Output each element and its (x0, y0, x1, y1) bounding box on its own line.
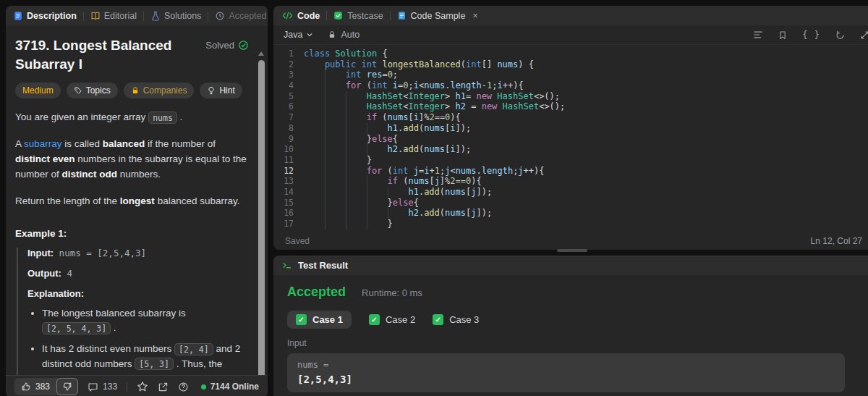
indent-guide (304, 80, 325, 91)
tab-solutions[interactable]: Solutions (150, 11, 201, 21)
footer-divider (127, 382, 127, 392)
code-line[interactable]: 14 h1.add(nums[j]); (273, 187, 868, 198)
question-circle-icon (178, 382, 189, 392)
indent-guide (367, 198, 388, 208)
help-button[interactable] (178, 382, 189, 392)
code-line[interactable]: 8 h1.add(nums[i]); (273, 123, 868, 134)
line-number: 12 (273, 166, 294, 177)
indent-guide (346, 112, 367, 123)
online-dot-icon (201, 384, 206, 389)
code-line[interactable]: 3 int res=0; (273, 69, 868, 80)
tab-accepted[interactable]: Accepted (215, 11, 266, 21)
expand-editor-icon[interactable] (860, 30, 868, 40)
case-check-icon: ✓ (296, 314, 307, 325)
indent-guide (346, 176, 367, 187)
lock-icon (328, 30, 336, 39)
example-bullets: The longest balanced subarray is [2, 5, … (27, 306, 249, 375)
code-line[interactable]: 5 HashSet<Integer> h1= new HashSet<>(); (273, 91, 868, 102)
indent-guide (304, 91, 325, 102)
code-line[interactable]: 16 h2.add(nums[j]); (273, 208, 868, 219)
code-line[interactable]: 1class Solution { (273, 49, 868, 59)
panel-resize-handle[interactable] (557, 249, 587, 252)
like-count: 383 (35, 382, 50, 392)
indent-guide (304, 123, 325, 134)
indent-guide (346, 198, 367, 208)
language-select[interactable]: Java (284, 30, 313, 40)
description-icon (13, 11, 23, 21)
tab-label: Description (27, 11, 77, 21)
description-paragraph: A subarray is called balanced if the num… (15, 137, 249, 182)
line-number: 1 (273, 49, 294, 59)
code-line[interactable]: 9 }else{ (273, 134, 868, 145)
code-line[interactable]: 12 for (int j=i+1;j<nums.length;j++){ (273, 166, 868, 177)
code-line[interactable]: 15 }else{ (273, 198, 868, 208)
topics-badge[interactable]: Topics (67, 83, 118, 98)
code-line[interactable]: 2 public int longestBalanced(int[] nums)… (273, 59, 868, 70)
thumbs-down-icon (62, 382, 72, 392)
difficulty-badge[interactable]: Medium (15, 83, 61, 98)
case-tab-2[interactable]: ✓Case 2 (369, 314, 415, 325)
favorite-button[interactable] (137, 381, 148, 392)
solved-label: Solved (205, 40, 234, 51)
indent-guide (367, 208, 388, 219)
scroll-up-arrow-icon[interactable] (258, 51, 264, 56)
close-icon[interactable]: × (472, 10, 478, 21)
bookmark-icon[interactable] (778, 30, 787, 40)
case-tab-1[interactable]: ✓Case 1 (287, 311, 352, 329)
indent-guide (325, 101, 346, 112)
tab-description[interactable]: Description (13, 11, 77, 21)
reset-code-icon[interactable] (835, 30, 845, 40)
hint-badge[interactable]: Hint (200, 83, 242, 98)
companies-badge[interactable]: Companies (124, 83, 195, 98)
code-editor[interactable]: 1class Solution {2 public int longestBal… (273, 45, 868, 232)
like-button[interactable]: 383 (14, 382, 56, 392)
tab-editorial[interactable]: Editorial (90, 11, 137, 21)
case-label: Case 3 (449, 314, 479, 325)
indent-guide (304, 187, 325, 198)
tab-divider (390, 11, 391, 20)
line-number: 11 (273, 155, 294, 166)
code-line[interactable]: 17 } (273, 219, 868, 229)
share-button[interactable] (158, 382, 169, 392)
code-line[interactable]: 13 if (nums[j]%2==0){ (273, 176, 868, 187)
indent-guide (346, 219, 367, 229)
tag-icon (74, 86, 82, 95)
code-line[interactable]: 10 h2.add(nums[i]); (273, 144, 868, 155)
result-status: Accepted (287, 285, 346, 300)
test-result-title: Test Result (298, 260, 348, 271)
left-scrollbar-thumb[interactable] (258, 60, 265, 375)
code-line[interactable]: 11 } (273, 155, 868, 166)
tab-code-sample[interactable]: Code Sample × (397, 10, 478, 21)
auto-toggle[interactable]: Auto (328, 30, 359, 40)
indent-guide (346, 123, 367, 134)
line-number: 13 (273, 176, 294, 187)
indent-guide (325, 134, 346, 145)
test-result-header[interactable]: Test Result (273, 256, 868, 275)
testcase-input-box[interactable]: nums = [2,5,4,3] (287, 353, 845, 392)
indent-guide (325, 112, 346, 123)
indent-guide (304, 219, 325, 229)
problem-panel: Description Editorial Solutions Accepted (6, 6, 268, 396)
tab-code[interactable]: Code (282, 11, 320, 21)
code-line[interactable]: 4 for (int i=0;i<nums.length-1;i++){ (273, 80, 868, 91)
format-code-icon[interactable] (753, 30, 763, 39)
indent-guide (304, 112, 325, 123)
line-number: 10 (273, 144, 294, 155)
braces-icon[interactable]: { } (802, 30, 820, 40)
star-icon (137, 381, 148, 392)
code-line[interactable]: 6 HashSet<Integer> h2 = new HashSet<>(); (273, 101, 868, 112)
solved-status: Solved (205, 40, 249, 51)
indent-guide (325, 123, 346, 134)
code-panel: Code Testcase Code Sample × Java (273, 6, 868, 250)
comments-button[interactable]: 133 (88, 382, 117, 392)
online-status: 7144 Online (201, 382, 259, 392)
indent-guide (346, 134, 367, 145)
code-line[interactable]: 7 if (nums[i]%2==0){ (273, 112, 868, 123)
input-field-name: nums = (297, 360, 835, 370)
case-tab-3[interactable]: ✓Case 3 (433, 314, 479, 325)
dislike-button[interactable] (56, 378, 78, 395)
editor-toolbar: Java Auto { } (273, 25, 868, 45)
indent-guide (325, 187, 346, 198)
cases-row: ✓Case 1✓Case 2✓Case 3 (287, 311, 859, 329)
tab-testcase[interactable]: Testcase (333, 11, 383, 21)
